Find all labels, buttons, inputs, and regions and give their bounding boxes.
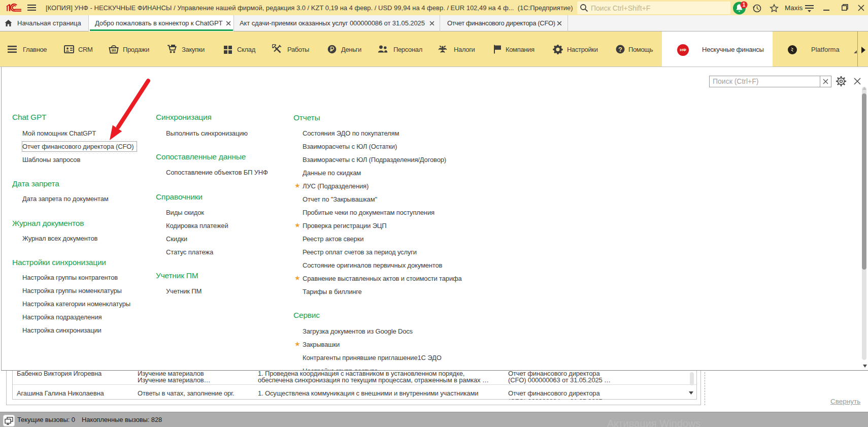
svg-text:1: 1 (743, 2, 746, 8)
svg-text:?: ? (618, 46, 622, 53)
